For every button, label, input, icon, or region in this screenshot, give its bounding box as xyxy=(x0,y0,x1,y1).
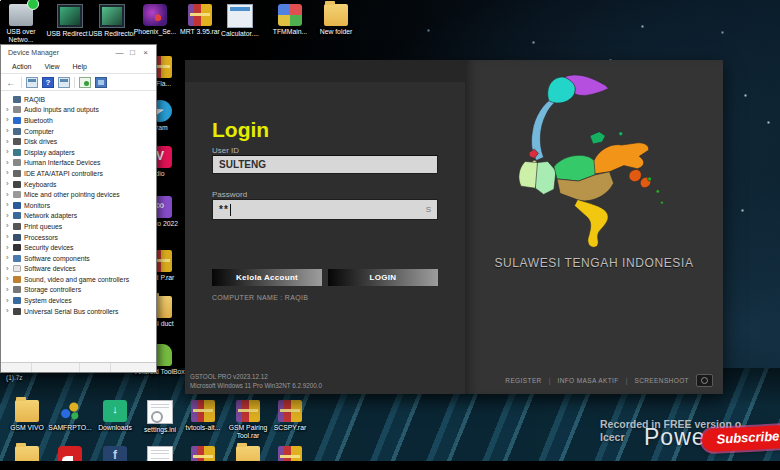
tree-item-softdev[interactable]: ›Software devices xyxy=(1,264,156,275)
kelola-account-button[interactable]: Kelola Account xyxy=(212,269,322,286)
samfrp-icon xyxy=(58,400,82,422)
winrar-icon xyxy=(191,400,215,422)
expand-chevron-icon[interactable]: › xyxy=(6,127,13,135)
mouse-device-icon xyxy=(13,191,21,198)
tree-item-label: System devices xyxy=(24,297,72,304)
toolbar-separator xyxy=(74,77,75,88)
inifile-icon xyxy=(147,400,173,424)
expand-chevron-icon[interactable]: › xyxy=(6,180,13,188)
tree-item-processor[interactable]: ›Processors xyxy=(1,232,156,243)
desktop-icon-new-folder[interactable]: New folder xyxy=(309,4,363,36)
expand-chevron-icon[interactable]: › xyxy=(6,159,13,167)
expand-chevron-icon[interactable]: › xyxy=(6,116,13,124)
desktop-icon-usb-over-network[interactable]: USB over Netwo... xyxy=(0,4,48,43)
tree-item-label: Display adapters xyxy=(24,149,75,156)
link-register[interactable]: REGISTER xyxy=(505,377,541,384)
keyboard-device-icon xyxy=(13,181,21,188)
user-id-input[interactable] xyxy=(212,155,438,174)
tree-item-print[interactable]: ›Print queues xyxy=(1,221,156,232)
expand-chevron-icon[interactable]: › xyxy=(6,297,13,305)
tree-item-usb[interactable]: ›Universal Serial Bus controllers xyxy=(1,306,156,317)
menu-item-action[interactable]: Action xyxy=(12,63,31,70)
tree-item-mouse[interactable]: ›Mice and other pointing devices xyxy=(1,189,156,200)
tree-item-storage[interactable]: ›Storage controllers xyxy=(1,285,156,296)
expand-chevron-icon[interactable]: › xyxy=(6,307,13,315)
tree-item-system[interactable]: ›System devices xyxy=(1,295,156,306)
desktop-icon-label: SCSPY.rar xyxy=(263,424,317,432)
tree-item-bluetooth[interactable]: ›Bluetooth xyxy=(1,115,156,126)
tree-item-display[interactable]: ›Display adapters xyxy=(1,147,156,158)
expand-chevron-icon[interactable]: › xyxy=(6,265,13,273)
gstool-login-window: Login User ID Password ** S Kelola Accou… xyxy=(185,60,723,394)
link-screenshoot[interactable]: SCREENSHOOT xyxy=(634,377,689,384)
menu-item-view[interactable]: View xyxy=(44,63,59,70)
app-version-footer: GSTOOL PRO v2023.12.12 Microsoft Windows… xyxy=(190,373,322,390)
expand-chevron-icon[interactable]: › xyxy=(6,212,13,220)
system-device-icon xyxy=(13,297,21,304)
tree-root-computer[interactable]: RAQIB xyxy=(1,94,156,105)
tree-item-label: Software components xyxy=(24,255,90,262)
properties-icon[interactable] xyxy=(58,77,70,88)
scan-hardware-icon[interactable] xyxy=(79,77,91,88)
subscribe-button[interactable]: Subscribe xyxy=(701,425,780,453)
map-title: SULAWESI TENGAH INDONESIA xyxy=(465,256,723,270)
tree-item-label: Keyboards xyxy=(24,181,57,188)
tree-item-network[interactable]: ›Network adapters xyxy=(1,211,156,222)
expand-chevron-icon[interactable]: › xyxy=(6,169,13,177)
login-form-panel: Login User ID Password ** S Kelola Accou… xyxy=(185,82,465,394)
tree-item-keyboard[interactable]: ›Keyboards xyxy=(1,179,156,190)
expand-chevron-icon[interactable]: › xyxy=(6,106,13,114)
tree-item-label: Monitors xyxy=(24,202,50,209)
tree-item-sound[interactable]: ›Sound, video and game controllers xyxy=(1,274,156,285)
expand-chevron-icon[interactable]: › xyxy=(6,201,13,209)
tree-item-label: Sound, video and game controllers xyxy=(24,276,129,283)
back-arrow-icon[interactable] xyxy=(5,77,17,88)
expand-chevron-icon[interactable]: › xyxy=(6,233,13,241)
tree-item-disk[interactable]: ›Disk drives xyxy=(1,136,156,147)
help-icon[interactable] xyxy=(42,77,54,88)
tree-item-audio[interactable]: ›Audio inputs and outputs xyxy=(1,105,156,116)
tree-item-monitor[interactable]: ›Monitors xyxy=(1,200,156,211)
expand-chevron-icon[interactable]: › xyxy=(6,148,13,156)
tree-item-security[interactable]: ›Security devices xyxy=(1,242,156,253)
version-line: GSTOOL PRO v2023.12.12 xyxy=(190,373,322,382)
link-info-masa-aktif[interactable]: INFO MASA AKTIF xyxy=(557,377,618,384)
password-label: Password xyxy=(212,190,247,199)
close-icon[interactable]: × xyxy=(139,46,152,60)
expand-chevron-icon[interactable]: › xyxy=(6,275,13,283)
password-input[interactable]: ** S xyxy=(212,199,438,220)
sulteng-map xyxy=(493,72,693,252)
tree-item-label: Print queues xyxy=(24,223,62,230)
minimize-icon[interactable]: — xyxy=(113,46,126,60)
tree-item-computer[interactable]: ›Computer xyxy=(1,126,156,137)
device-manager-window: Device Manager — □ × ActionViewHelp RAQI… xyxy=(0,44,157,373)
console-window-icon[interactable] xyxy=(26,77,38,88)
tree-item-hid[interactable]: ›Human Interface Devices xyxy=(1,158,156,169)
expand-chevron-icon[interactable]: › xyxy=(6,222,13,230)
link-separator: | xyxy=(626,377,628,384)
expand-chevron-icon[interactable]: › xyxy=(6,138,13,146)
desktop-icon-label: New folder xyxy=(309,28,363,36)
device-manager-titlebar[interactable]: Device Manager — □ × xyxy=(1,45,156,60)
tree-item-label: Security devices xyxy=(24,244,74,251)
toolbar-separator xyxy=(21,77,22,88)
camera-icon[interactable] xyxy=(696,374,713,387)
login-button[interactable]: LOGIN xyxy=(328,269,438,286)
maximize-icon[interactable]: □ xyxy=(126,46,139,60)
expand-chevron-icon[interactable]: › xyxy=(6,254,13,262)
tree-item-softcomp[interactable]: ›Software components xyxy=(1,253,156,264)
folder-icon xyxy=(15,400,39,422)
audio-device-icon xyxy=(13,106,21,113)
desktop-icon-scspy-rar[interactable]: SCSPY.rar xyxy=(263,400,317,432)
footer-links: REGISTER|INFO MASA AKTIF|SCREENSHOOT xyxy=(505,377,689,384)
menu-item-help[interactable]: Help xyxy=(73,63,87,70)
desktop-icon-calculator[interactable]: Calculator.... xyxy=(213,4,267,38)
remote-desktop-icon[interactable] xyxy=(95,77,107,88)
expand-chevron-icon[interactable]: › xyxy=(6,286,13,294)
expand-chevron-icon[interactable]: › xyxy=(6,244,13,252)
computer-name-text: COMPUTER NAME : RAQIB xyxy=(212,294,308,301)
expand-chevron-icon[interactable]: › xyxy=(6,191,13,199)
desktop-icon-label: USB over Netwo... xyxy=(0,28,48,43)
tree-item-ide[interactable]: ›IDE ATA/ATAPI controllers xyxy=(1,168,156,179)
network-device-icon xyxy=(13,212,21,219)
